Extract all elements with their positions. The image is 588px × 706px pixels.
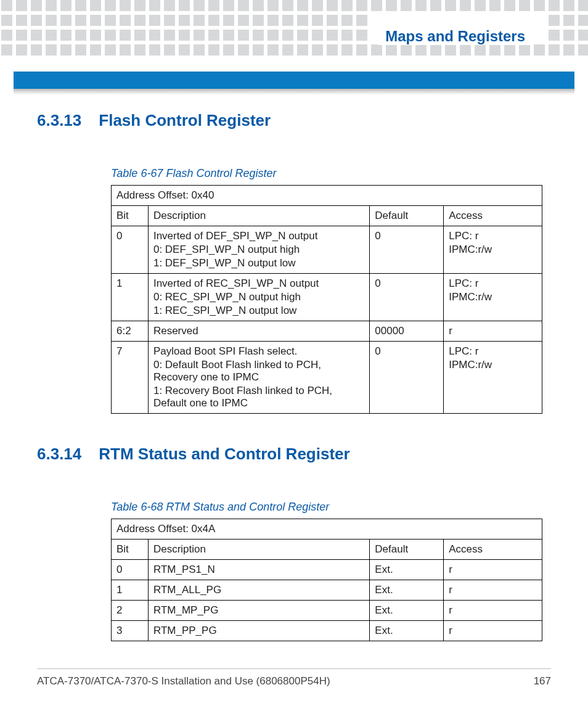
desc-main: RTM_PS1_N	[153, 564, 215, 575]
access-line: LPC: r	[449, 277, 478, 289]
section-heading-flash-control: 6.3.13 Flash Control Register	[37, 111, 551, 130]
cell-bit: 7	[112, 342, 149, 414]
address-offset: Address Offset: 0x40	[112, 186, 542, 206]
desc-main: RTM_MP_PG	[153, 604, 219, 616]
cell-access: r	[444, 560, 542, 580]
section-title: Flash Control Register	[99, 111, 271, 130]
cell-description: Payload Boot SPI Flash select.0: Default…	[148, 342, 369, 414]
section-heading-rtm-status: 6.3.14 RTM Status and Control Register	[37, 445, 551, 464]
access-line: r	[449, 625, 452, 636]
cell-description: Inverted of DEF_SPI_WP_N output0: DEF_SP…	[148, 226, 369, 274]
desc-main: Reserved	[153, 325, 198, 337]
cell-default: Ext.	[370, 580, 444, 601]
cell-default: Ext.	[370, 560, 444, 580]
access-line: IPMC:r/w	[449, 359, 537, 371]
th-bit: Bit	[112, 540, 149, 560]
cell-bit: 6:2	[112, 321, 149, 342]
cell-access: r	[444, 601, 542, 621]
th-default: Default	[370, 540, 444, 560]
table-caption-6-67: Table 6-67 Flash Control Register	[111, 167, 551, 180]
table-row: 6:2Reserved00000r	[112, 321, 542, 342]
desc-sub: 1: DEF_SPI_WP_N output low	[153, 257, 364, 269]
cell-bit: 0	[112, 560, 149, 580]
table-row: 0Inverted of DEF_SPI_WP_N output0: DEF_S…	[112, 226, 542, 274]
access-line: r	[449, 325, 452, 337]
table-row: 1RTM_ALL_PGExt.r	[112, 580, 542, 601]
desc-sub: 1: REC_SPI_WP_N output low	[153, 305, 364, 317]
cell-description: RTM_ALL_PG	[148, 580, 369, 601]
desc-sub: 0: DEF_SPI_WP_N output high	[153, 244, 364, 256]
table-row: 2RTM_MP_PGExt.r	[112, 601, 542, 621]
th-access: Access	[444, 206, 542, 226]
footer-doc-title: ATCA-7370/ATCA-7370-S Installation and U…	[37, 675, 330, 688]
cell-default: Ext.	[370, 621, 444, 641]
cell-bit: 3	[112, 621, 149, 641]
section-number: 6.3.13	[37, 111, 81, 130]
desc-main: RTM_PP_PG	[153, 625, 217, 636]
cell-description: RTM_PS1_N	[148, 560, 369, 580]
page-content: 6.3.13 Flash Control Register Table 6-67…	[37, 111, 551, 672]
address-offset-row: Address Offset: 0x4A	[112, 519, 542, 540]
cell-default: 0	[370, 342, 444, 414]
desc-sub: 0: REC_SPI_WP_N output high	[153, 291, 364, 303]
cell-description: Inverted of REC_SPI_WP_N output0: REC_SP…	[148, 274, 369, 321]
access-line: LPC: r	[449, 345, 478, 357]
cell-description: RTM_PP_PG	[148, 621, 369, 641]
cell-access: r	[444, 321, 542, 342]
address-offset: Address Offset: 0x4A	[112, 519, 542, 540]
section-title: RTM Status and Control Register	[99, 445, 349, 464]
access-line: IPMC:r/w	[449, 244, 537, 256]
table-header-row: Bit Description Default Access	[112, 206, 542, 226]
cell-description: RTM_MP_PG	[148, 601, 369, 621]
table-row: 0RTM_PS1_NExt.r	[112, 560, 542, 580]
cell-access: r	[444, 580, 542, 601]
cell-default: 0	[370, 274, 444, 321]
th-access: Access	[444, 540, 542, 560]
cell-bit: 1	[112, 580, 149, 601]
access-line: r	[449, 584, 452, 596]
table-header-row: Bit Description Default Access	[112, 540, 542, 560]
table-caption-6-68: Table 6-68 RTM Status and Control Regist…	[111, 501, 551, 514]
cell-access: LPC: rIPMC:r/w	[444, 226, 542, 274]
flash-control-register-table: Address Offset: 0x40 Bit Description Def…	[111, 185, 542, 414]
th-bit: Bit	[112, 206, 149, 226]
cell-description: Reserved	[148, 321, 369, 342]
access-line: r	[449, 564, 452, 575]
cell-bit: 2	[112, 601, 149, 621]
table-row: 7Payload Boot SPI Flash select.0: Defaul…	[112, 342, 542, 414]
cell-default: 00000	[370, 321, 444, 342]
cell-access: LPC: rIPMC:r/w	[444, 342, 542, 414]
th-default: Default	[370, 206, 444, 226]
desc-main: Payload Boot SPI Flash select.	[153, 345, 297, 357]
cell-access: r	[444, 621, 542, 641]
cell-access: LPC: rIPMC:r/w	[444, 274, 542, 321]
desc-sub: 1: Recovery Boot Flash linked to PCH, De…	[153, 385, 364, 409]
section-number: 6.3.14	[37, 445, 81, 464]
access-line: LPC: r	[449, 230, 478, 242]
cell-bit: 1	[112, 274, 149, 321]
desc-main: Inverted of DEF_SPI_WP_N output	[153, 230, 317, 242]
desc-main: Inverted of REC_SPI_WP_N output	[153, 277, 319, 289]
th-description: Description	[148, 540, 369, 560]
table-row: 1Inverted of REC_SPI_WP_N output0: REC_S…	[112, 274, 542, 321]
desc-sub: 0: Default Boot Flash linked to PCH, Rec…	[153, 359, 364, 384]
desc-main: RTM_ALL_PG	[153, 584, 221, 596]
address-offset-row: Address Offset: 0x40	[112, 186, 542, 206]
page-footer: ATCA-7370/ATCA-7370-S Installation and U…	[37, 668, 551, 688]
header-blue-bar	[14, 72, 574, 89]
header-shadow	[14, 89, 574, 95]
access-line: IPMC:r/w	[449, 291, 537, 303]
chapter-title: Maps and Registers	[378, 28, 533, 45]
table-row: 3RTM_PP_PGExt.r	[112, 621, 542, 641]
cell-default: 0	[370, 226, 444, 274]
cell-bit: 0	[112, 226, 149, 274]
footer-page-number: 167	[534, 675, 551, 688]
th-description: Description	[148, 206, 369, 226]
access-line: r	[449, 604, 452, 616]
rtm-status-register-table: Address Offset: 0x4A Bit Description Def…	[111, 519, 542, 641]
cell-default: Ext.	[370, 601, 444, 621]
